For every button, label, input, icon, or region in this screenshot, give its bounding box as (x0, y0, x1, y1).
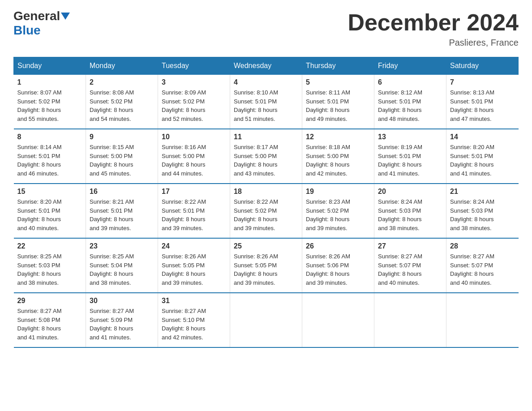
day-info: Sunrise: 8:22 AMSunset: 5:01 PMDaylight:… (162, 197, 226, 232)
day-number: 20 (378, 188, 442, 196)
month-title: December 2024 (348, 9, 519, 36)
calendar-cell: 8 Sunrise: 8:14 AMSunset: 5:01 PMDayligh… (14, 129, 86, 184)
calendar-cell: 19 Sunrise: 8:23 AMSunset: 5:02 PMDaylig… (302, 184, 374, 238)
day-info: Sunrise: 8:19 AMSunset: 5:01 PMDaylight:… (378, 143, 442, 178)
calendar-cell: 13 Sunrise: 8:19 AMSunset: 5:01 PMDaylig… (374, 129, 446, 184)
calendar-cell: 5 Sunrise: 8:11 AMSunset: 5:01 PMDayligh… (302, 75, 374, 129)
header-tuesday: Tuesday (158, 57, 230, 75)
day-info: Sunrise: 8:20 AMSunset: 5:01 PMDaylight:… (450, 143, 515, 178)
header-sunday: Sunday (14, 57, 86, 75)
day-info: Sunrise: 8:18 AMSunset: 5:00 PMDaylight:… (306, 143, 370, 178)
header-friday: Friday (374, 57, 446, 75)
day-number: 29 (17, 297, 82, 305)
day-info: Sunrise: 8:27 AMSunset: 5:10 PMDaylight:… (162, 307, 226, 342)
day-info: Sunrise: 8:27 AMSunset: 5:08 PMDaylight:… (17, 307, 82, 342)
calendar-cell (230, 293, 302, 347)
day-number: 4 (234, 78, 298, 86)
day-number: 10 (162, 133, 226, 141)
day-info: Sunrise: 8:26 AMSunset: 5:06 PMDaylight:… (306, 252, 370, 287)
day-number: 12 (306, 133, 370, 141)
calendar-cell: 9 Sunrise: 8:15 AMSunset: 5:00 PMDayligh… (86, 129, 158, 184)
day-number: 14 (450, 133, 515, 141)
calendar-cell: 27 Sunrise: 8:27 AMSunset: 5:07 PMDaylig… (374, 238, 446, 293)
calendar-cell: 22 Sunrise: 8:25 AMSunset: 5:03 PMDaylig… (14, 238, 86, 293)
week-row-1: 1 Sunrise: 8:07 AMSunset: 5:02 PMDayligh… (14, 75, 519, 129)
day-info: Sunrise: 8:09 AMSunset: 5:02 PMDaylight:… (162, 88, 226, 123)
calendar-cell: 17 Sunrise: 8:22 AMSunset: 5:01 PMDaylig… (158, 184, 230, 238)
day-info: Sunrise: 8:14 AMSunset: 5:01 PMDaylight:… (17, 143, 82, 178)
calendar-cell: 31 Sunrise: 8:27 AMSunset: 5:10 PMDaylig… (158, 293, 230, 347)
calendar-cell: 10 Sunrise: 8:16 AMSunset: 5:00 PMDaylig… (158, 129, 230, 184)
day-info: Sunrise: 8:11 AMSunset: 5:01 PMDaylight:… (306, 88, 370, 123)
day-number: 22 (17, 242, 82, 250)
day-number: 9 (90, 133, 154, 141)
calendar-cell: 3 Sunrise: 8:09 AMSunset: 5:02 PMDayligh… (158, 75, 230, 129)
header-thursday: Thursday (302, 57, 374, 75)
day-info: Sunrise: 8:12 AMSunset: 5:01 PMDaylight:… (378, 88, 442, 123)
day-number: 18 (234, 188, 298, 196)
day-info: Sunrise: 8:07 AMSunset: 5:02 PMDaylight:… (17, 88, 82, 123)
day-info: Sunrise: 8:16 AMSunset: 5:00 PMDaylight:… (162, 143, 226, 178)
calendar-cell: 30 Sunrise: 8:27 AMSunset: 5:09 PMDaylig… (86, 293, 158, 347)
day-info: Sunrise: 8:21 AMSunset: 5:01 PMDaylight:… (90, 197, 154, 232)
calendar-cell (302, 293, 374, 347)
day-number: 24 (162, 242, 226, 250)
day-info: Sunrise: 8:27 AMSunset: 5:07 PMDaylight:… (378, 252, 442, 287)
day-info: Sunrise: 8:23 AMSunset: 5:02 PMDaylight:… (306, 197, 370, 232)
calendar-cell: 7 Sunrise: 8:13 AMSunset: 5:01 PMDayligh… (446, 75, 519, 129)
day-number: 2 (90, 78, 154, 86)
day-number: 3 (162, 78, 226, 86)
day-info: Sunrise: 8:26 AMSunset: 5:05 PMDaylight:… (234, 252, 298, 287)
day-info: Sunrise: 8:26 AMSunset: 5:05 PMDaylight:… (162, 252, 226, 287)
calendar-cell: 29 Sunrise: 8:27 AMSunset: 5:08 PMDaylig… (14, 293, 86, 347)
header-monday: Monday (86, 57, 158, 75)
calendar-header-row: SundayMondayTuesdayWednesdayThursdayFrid… (14, 57, 519, 75)
logo-general-text: General (13, 9, 60, 23)
calendar-cell: 15 Sunrise: 8:20 AMSunset: 5:01 PMDaylig… (14, 184, 86, 238)
calendar-cell: 20 Sunrise: 8:24 AMSunset: 5:03 PMDaylig… (374, 184, 446, 238)
calendar-cell: 25 Sunrise: 8:26 AMSunset: 5:05 PMDaylig… (230, 238, 302, 293)
logo-triangle-icon (61, 13, 70, 20)
header-saturday: Saturday (446, 57, 519, 75)
day-number: 15 (17, 188, 82, 196)
calendar-cell: 18 Sunrise: 8:22 AMSunset: 5:02 PMDaylig… (230, 184, 302, 238)
day-info: Sunrise: 8:08 AMSunset: 5:02 PMDaylight:… (90, 88, 154, 123)
calendar-cell (446, 293, 519, 347)
week-row-3: 15 Sunrise: 8:20 AMSunset: 5:01 PMDaylig… (14, 184, 519, 238)
calendar-cell: 24 Sunrise: 8:26 AMSunset: 5:05 PMDaylig… (158, 238, 230, 293)
day-info: Sunrise: 8:15 AMSunset: 5:00 PMDaylight:… (90, 143, 154, 178)
day-number: 25 (234, 242, 298, 250)
day-number: 30 (90, 297, 154, 305)
week-row-4: 22 Sunrise: 8:25 AMSunset: 5:03 PMDaylig… (14, 238, 519, 293)
day-number: 19 (306, 188, 370, 196)
calendar-cell: 11 Sunrise: 8:17 AMSunset: 5:00 PMDaylig… (230, 129, 302, 184)
calendar-cell: 2 Sunrise: 8:08 AMSunset: 5:02 PMDayligh… (86, 75, 158, 129)
day-info: Sunrise: 8:13 AMSunset: 5:01 PMDaylight:… (450, 88, 515, 123)
calendar-cell: 28 Sunrise: 8:27 AMSunset: 5:07 PMDaylig… (446, 238, 519, 293)
calendar-cell: 1 Sunrise: 8:07 AMSunset: 5:02 PMDayligh… (14, 75, 86, 129)
day-info: Sunrise: 8:24 AMSunset: 5:03 PMDaylight:… (378, 197, 442, 232)
location-text: Paslieres, France (348, 38, 519, 48)
calendar-cell: 26 Sunrise: 8:26 AMSunset: 5:06 PMDaylig… (302, 238, 374, 293)
day-number: 23 (90, 242, 154, 250)
day-number: 5 (306, 78, 370, 86)
day-number: 26 (306, 242, 370, 250)
day-number: 8 (17, 133, 82, 141)
page-header: General Blue December 2024 Paslieres, Fr… (13, 9, 519, 48)
day-number: 1 (17, 78, 82, 86)
calendar-cell: 4 Sunrise: 8:10 AMSunset: 5:01 PMDayligh… (230, 75, 302, 129)
day-info: Sunrise: 8:17 AMSunset: 5:00 PMDaylight:… (234, 143, 298, 178)
calendar-cell: 14 Sunrise: 8:20 AMSunset: 5:01 PMDaylig… (446, 129, 519, 184)
calendar-cell: 21 Sunrise: 8:24 AMSunset: 5:03 PMDaylig… (446, 184, 519, 238)
calendar-cell (374, 293, 446, 347)
day-number: 21 (450, 188, 515, 196)
day-info: Sunrise: 8:20 AMSunset: 5:01 PMDaylight:… (17, 197, 82, 232)
day-number: 6 (378, 78, 442, 86)
day-number: 11 (234, 133, 298, 141)
calendar-cell: 6 Sunrise: 8:12 AMSunset: 5:01 PMDayligh… (374, 75, 446, 129)
day-number: 7 (450, 78, 515, 86)
calendar-cell: 16 Sunrise: 8:21 AMSunset: 5:01 PMDaylig… (86, 184, 158, 238)
logo: General Blue (13, 9, 70, 38)
calendar-cell: 23 Sunrise: 8:25 AMSunset: 5:04 PMDaylig… (86, 238, 158, 293)
day-info: Sunrise: 8:25 AMSunset: 5:03 PMDaylight:… (17, 252, 82, 287)
